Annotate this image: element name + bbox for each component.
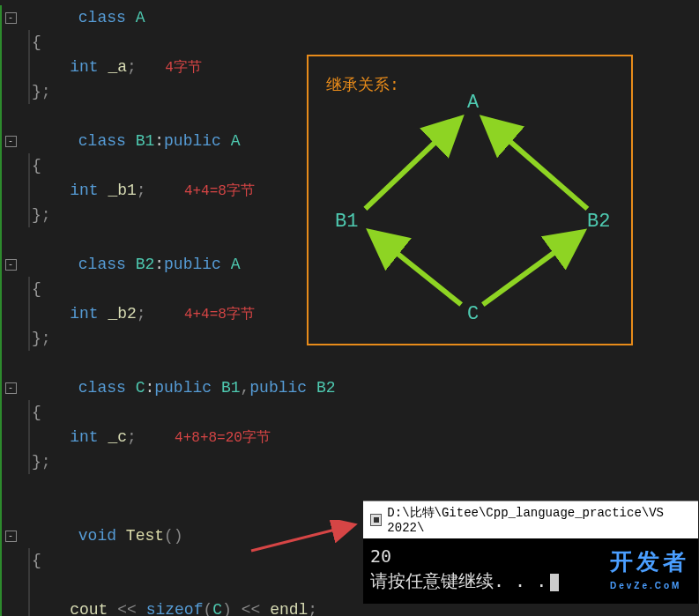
console-window: D:\比特\Gitee\Cpp_language_practice\VS 202… <box>363 501 698 604</box>
keyword-class: class <box>78 132 136 150</box>
keyword-public: public <box>164 132 231 150</box>
keyword-public: public <box>164 256 231 273</box>
size-annotation-C: 4+8+8=20字节 <box>175 430 271 446</box>
inheritance-diagram: 继承关系: A B1 B2 C <box>307 55 633 345</box>
fold-icon[interactable]: - <box>5 259 17 271</box>
arrow-icon <box>487 122 588 209</box>
brace-open: { <box>30 404 41 421</box>
semicolon: ; <box>137 305 146 323</box>
keyword-int: int <box>70 182 108 199</box>
arrow-icon <box>483 235 579 305</box>
code-line: - class A <box>0 5 699 30</box>
code-line: int _c; 4+8+8=20字节 <box>0 425 699 449</box>
op-ltlt: << <box>108 601 145 616</box>
field-c: _c <box>108 428 127 446</box>
console-title-text: D:\比特\Gitee\Cpp_language_practice\VS 202… <box>387 505 691 535</box>
colon: : <box>145 379 154 397</box>
console-app-icon <box>370 514 382 526</box>
watermark-sub: DevZe.CoM <box>610 574 689 598</box>
keyword-int: int <box>70 305 108 323</box>
code-line: }; <box>0 449 699 474</box>
blank-line <box>0 474 699 499</box>
semicolon: ; <box>137 182 146 199</box>
semicolon: ; <box>127 428 137 446</box>
type-B1: B1 <box>136 132 155 150</box>
func-Test: Test <box>126 527 164 545</box>
keyword-class: class <box>78 256 136 273</box>
base-type-A: A <box>231 256 241 273</box>
brace-open: { <box>30 157 41 174</box>
console-titlebar: D:\比特\Gitee\Cpp_language_practice\VS 202… <box>363 501 698 538</box>
console-output[interactable]: 20 请按任意键继续. . . 开发者 DevZe.CoM <box>363 538 698 604</box>
semicolon: ; <box>41 330 51 347</box>
brace-close: } <box>32 206 41 224</box>
keyword-public: public <box>154 379 221 397</box>
watermark-main: 开发者 <box>610 548 689 575</box>
base-type-B2: B2 <box>316 379 336 397</box>
base-type-B1: B1 <box>221 379 241 397</box>
keyword-int: int <box>70 58 108 76</box>
brace-close: } <box>32 330 41 347</box>
keyword-void: void <box>78 527 126 545</box>
fold-icon[interactable]: - <box>5 531 17 542</box>
keyword-class: class <box>78 9 136 26</box>
keyword-int: int <box>70 428 108 446</box>
arrow-icon <box>365 122 457 209</box>
cursor-icon <box>550 574 559 591</box>
colon: : <box>154 256 164 273</box>
size-annotation-A: 4字节 <box>165 60 202 76</box>
code-line: - class C:public B1,public B2 <box>0 375 699 400</box>
parens: () <box>164 527 183 545</box>
semicolon: ; <box>41 83 51 100</box>
diagram-arrows <box>309 56 631 344</box>
size-annotation-B1: 4+4=8字节 <box>184 183 255 199</box>
fold-icon[interactable]: - <box>5 136 17 147</box>
size-annotation-B2: 4+4=8字节 <box>184 307 255 323</box>
pointer-arrow <box>247 520 370 555</box>
keyword-sizeof: sizeof <box>146 601 204 616</box>
keyword-class: class <box>78 379 136 397</box>
op-ltlt: << <box>232 601 270 616</box>
svg-line-2 <box>251 525 353 551</box>
semicolon: ; <box>308 601 317 616</box>
rparen: ) <box>222 601 232 616</box>
fold-icon[interactable]: - <box>5 12 17 24</box>
type-A: A <box>136 9 145 26</box>
type-C: C <box>136 379 145 397</box>
ident-cout: cout <box>70 601 108 616</box>
lparen: ( <box>203 601 212 616</box>
brace-open: { <box>30 552 41 569</box>
colon: : <box>154 132 164 150</box>
console-line-prompt: 请按任意键继续. . . <box>370 570 547 591</box>
brace-close: } <box>32 83 41 100</box>
fold-icon[interactable]: - <box>5 382 17 394</box>
brace-close: } <box>32 453 41 471</box>
type-C: C <box>212 601 222 616</box>
keyword-public: public <box>249 379 316 397</box>
brace-open: { <box>30 33 41 51</box>
semicolon: ; <box>41 453 51 471</box>
field-b2: _b2 <box>108 305 136 323</box>
arrow-icon <box>374 235 461 305</box>
comma: , <box>240 379 249 397</box>
semicolon: ; <box>41 206 51 224</box>
watermark-logo: 开发者 DevZe.CoM <box>610 549 689 598</box>
type-B2: B2 <box>136 256 155 273</box>
field-b1: _b1 <box>108 182 136 199</box>
base-type-A: A <box>231 132 241 150</box>
field-a: _a <box>108 58 127 76</box>
semicolon: ; <box>127 58 137 76</box>
brace-open: { <box>30 280 41 298</box>
ident-endl: endl <box>270 601 308 616</box>
